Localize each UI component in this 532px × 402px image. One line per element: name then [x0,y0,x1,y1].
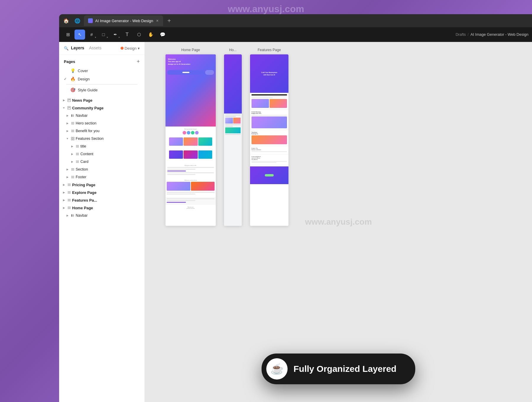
features-page-frame-container: Features Page Craft Your Masterpiecewith… [250,48,288,226]
layer-section[interactable]: ▶ Section [59,166,145,173]
explore-expand[interactable]: ▶ [61,190,66,195]
benefit-expand[interactable]: ▶ [65,129,70,133]
layer-pricing-page[interactable]: ▶ Pricing Page [59,181,145,189]
home-page-frame-container: Home Page WelcomeThe new age ofdesign ar… [166,48,216,226]
layer-navbar[interactable]: ▶ Navbar [59,112,145,119]
layer-title[interactable]: ▶ title [59,142,145,150]
home-button[interactable]: 🏠 [61,16,71,25]
footer-expand[interactable]: ▶ [65,175,70,179]
design-button[interactable]: Design ▾ [121,46,140,51]
card-expand[interactable]: ▶ [70,159,74,164]
frame-tool-button[interactable]: # ▾ [86,30,97,40]
navbar-expand[interactable]: ▶ [65,113,70,118]
card-label: Card [80,160,142,164]
tooltip-overlay: ☕ Fully Organized Layered [262,354,415,384]
shape-tool-button[interactable]: □ ▾ [98,30,109,40]
title-expand[interactable]: ▶ [70,144,74,149]
home-page-expand[interactable]: ▶ [61,205,66,210]
features-pa-expand[interactable]: ▶ [61,198,66,202]
svg-rect-2 [68,100,69,101]
tab-bar: 🏠 🌐 AI Image Generator - Web Design × + [59,14,532,27]
design-icon: 🔥 [70,77,75,81]
section-expand[interactable]: ▶ [65,167,70,172]
home-page-frame-preview[interactable]: WelcomeThe new age ofdesign art is AI Ge… [166,54,216,226]
svg-rect-5 [68,108,69,108]
secondary-frame-preview[interactable] [224,54,242,226]
globe-button[interactable]: 🌐 [73,16,82,25]
title-icon [75,145,80,148]
new-tab-button[interactable]: + [165,17,173,24]
pricing-icon [67,183,72,187]
add-page-button[interactable]: + [137,59,140,64]
features-section-expand[interactable]: ▼ [65,136,70,141]
navbar-child-icon [70,214,75,217]
svg-rect-46 [71,214,72,217]
tab-close-button[interactable]: × [155,18,159,23]
main-component-icon[interactable]: ⊞ [63,30,73,40]
layer-hero-section[interactable]: ▶ Hero section [59,119,145,127]
style-guide-page-item[interactable]: 🎯 Style Guide [59,86,145,94]
canvas-watermark: www.anyusj.com [305,217,372,227]
assets-tab[interactable]: Assets [89,46,101,51]
features-section-icon [70,137,75,140]
news-page-expand[interactable]: ▶ [61,98,66,103]
comment-tool-button[interactable]: 💬 [157,30,168,40]
layer-news-page[interactable]: ▶ News Page [59,96,145,104]
features-section-label: Features Section [76,137,142,141]
svg-rect-1 [68,99,70,100]
svg-rect-4 [68,107,70,108]
secondary-frame-container: Ho... [224,48,242,226]
hero-expand[interactable]: ▶ [65,121,70,126]
pen-tool-button[interactable]: ✒ ▾ [110,30,121,40]
layer-home-page[interactable]: ▶ Home Page [59,204,145,212]
component-tool-button[interactable]: ⬡ [134,30,144,40]
hero-section-label: Hero section [76,121,142,125]
explore-icon [67,191,72,194]
browser-window: 🏠 🌐 AI Image Generator - Web Design × + … [59,14,532,402]
navbar-child-expand[interactable]: ▶ [65,213,70,218]
breadcrumb-separator: / [468,32,469,37]
layer-card[interactable]: ▶ Card [59,158,145,166]
pricing-expand[interactable]: ▶ [61,182,66,187]
style-guide-label: Style Guide [78,88,98,92]
active-tab[interactable]: AI Image Generator - Web Design × [84,15,163,26]
community-page-expand[interactable]: ▼ [61,106,66,110]
svg-rect-18 [73,139,74,140]
canvas-area[interactable]: www.anyusj.com Home Page WelcomeThe new … [145,42,532,402]
style-icon: 🎯 [70,87,75,92]
svg-rect-0 [68,99,71,102]
panel-header: 🔍 Layers Assets Design ▾ [59,42,145,55]
search-icon[interactable]: 🔍 [64,46,69,51]
layer-footer[interactable]: ▶ Footer [59,173,145,181]
text-tool-button[interactable]: T [122,30,132,40]
svg-rect-3 [68,106,71,109]
breadcrumb-current: AI Image Generator - Web Design [471,32,528,37]
breadcrumb-drafts[interactable]: Drafts [455,32,466,37]
layer-features-pa[interactable]: ▶ Features Pa... [59,196,145,204]
layer-content[interactable]: ▶ Content [59,150,145,158]
layer-community-page[interactable]: ▼ Community Page [59,104,145,112]
layers-tab[interactable]: Layers [71,46,84,51]
design-page-item[interactable]: ✓ 🔥 Design [59,75,145,83]
section-icon [70,168,75,171]
layer-benefit[interactable]: ▶ Benefit for you [59,127,145,135]
features-page-frame-preview[interactable]: Craft Your Masterpiecewith Next Gen AI [250,54,288,226]
select-tool-button[interactable]: ↖ ▾ [74,30,85,40]
cover-page-item[interactable]: 💡 Cover [59,67,145,75]
svg-rect-48 [74,214,74,217]
content-icon [75,152,80,156]
news-page-icon [67,98,72,102]
features-pa-label: Features Pa... [72,198,142,202]
layer-features-section[interactable]: ▼ Features Section [59,135,145,142]
home-page-label: Home Page [72,206,142,210]
layer-explore-page[interactable]: ▶ Explore Page [59,189,145,196]
navbar-label: Navbar [76,114,142,118]
hand-tool-button[interactable]: ✋ [145,30,156,40]
pages-divider [66,84,137,85]
design-label: Design [125,46,137,51]
design-label: Design [78,77,90,81]
benefit-icon [70,129,75,133]
panel-tabs: Layers Assets [71,46,118,51]
layer-navbar-child[interactable]: ▶ Navbar [59,212,145,219]
content-expand[interactable]: ▶ [70,152,74,156]
